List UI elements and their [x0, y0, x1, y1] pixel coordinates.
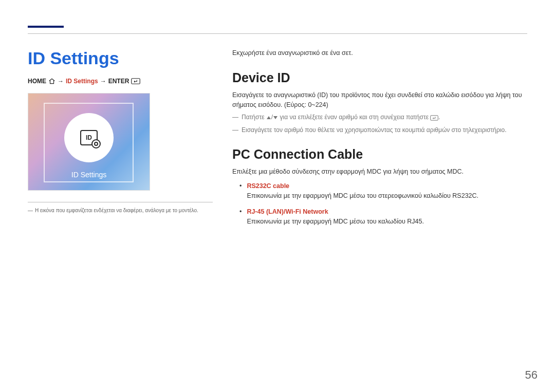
list-item: • RJ-45 (LAN)/Wi-Fi Network Επικοινωνία …	[232, 207, 527, 227]
note-dash: ―	[232, 125, 238, 135]
note1-pre: Πατήστε	[242, 114, 266, 121]
section-pc-cable: PC Connection Cable Επιλέξτε μια μέθοδο …	[232, 147, 527, 227]
list-item-title: RJ-45 (LAN)/Wi-Fi Network	[247, 207, 527, 217]
heading-pc-cable: PC Connection Cable	[232, 147, 527, 162]
breadcrumb: HOME → ID Settings → ENTER	[28, 78, 213, 85]
pc-cable-body: Επιλέξτε μια μέθοδο σύνδεσης στην εφαρμο…	[232, 167, 527, 177]
image-disclaimer-dash: ―	[28, 208, 33, 213]
page-number: 56	[525, 368, 538, 382]
list-item-body: RS232C cable Επικοινωνία με την εφαρμογή…	[247, 181, 527, 201]
breadcrumb-arrow-1: →	[58, 78, 64, 85]
page-title: ID Settings	[28, 48, 213, 68]
enter-small-icon	[430, 115, 438, 121]
breadcrumb-home: HOME	[28, 78, 46, 85]
image-disclaimer: ― Η εικόνα που εμφανίζεται ενδέχεται να …	[28, 202, 213, 213]
image-disclaimer-text: Η εικόνα που εμφανίζεται ενδέχεται να δι…	[35, 208, 198, 213]
svg-rect-0	[132, 79, 140, 84]
list-item-body: RJ-45 (LAN)/Wi-Fi Network Επικοινωνία με…	[247, 207, 527, 227]
device-id-body: Εισαγάγετε το αναγνωριστικό (ID) του προ…	[232, 90, 527, 110]
svg-rect-1	[431, 115, 438, 120]
bullet-icon: •	[239, 207, 242, 227]
breadcrumb-arrow-2: →	[100, 78, 106, 85]
thumbnail-image: ID ID Settings	[28, 93, 150, 191]
pc-cable-list: • RS232C cable Επικοινωνία με την εφαρμο…	[232, 181, 527, 226]
device-id-note-1: ― Πατήστε / για να επιλέξετε έναν αριθμό…	[232, 113, 527, 122]
right-column: Εκχωρήστε ένα αναγνωριστικό σε ένα σετ. …	[213, 48, 527, 237]
gear-icon	[91, 139, 101, 148]
page-top-rule	[28, 20, 527, 34]
list-item-title: RS232C cable	[247, 181, 527, 191]
intro-line: Εκχωρήστε ένα αναγνωριστικό σε ένα σετ.	[232, 48, 527, 58]
note1-end: .	[438, 114, 440, 121]
note1-post: για να επιλέξετε έναν αριθμό και στη συν…	[278, 114, 430, 121]
heading-device-id: Device ID	[232, 70, 527, 85]
down-arrow-icon	[273, 115, 278, 120]
note-text: Εισαγάγετε τον αριθμό που θέλετε να χρησ…	[242, 125, 527, 135]
page: ID Settings HOME → ID Settings → ENTER	[0, 0, 555, 392]
thumbnail-caption: ID Settings	[28, 171, 150, 179]
up-arrow-icon	[266, 115, 271, 120]
content-columns: ID Settings HOME → ID Settings → ENTER	[28, 48, 527, 237]
note-text: Πατήστε / για να επιλέξετε έναν αριθμό κ…	[242, 113, 527, 122]
section-device-id: Device ID Εισαγάγετε το αναγνωριστικό (I…	[232, 70, 527, 136]
list-item: • RS232C cable Επικοινωνία με την εφαρμο…	[232, 181, 527, 201]
home-icon	[48, 78, 55, 85]
left-column: ID Settings HOME → ID Settings → ENTER	[28, 48, 213, 237]
breadcrumb-mid: ID Settings	[66, 78, 98, 85]
list-item-desc: Επικοινωνία με την εφαρμογή MDC μέσω του…	[247, 191, 527, 201]
enter-icon	[131, 78, 140, 84]
device-id-note-2: ― Εισαγάγετε τον αριθμό που θέλετε να χρ…	[232, 125, 527, 135]
thumbnail-icon-circle: ID	[64, 113, 114, 162]
list-item-desc: Επικοινωνία με την εφαρμογή MDC μέσω του…	[247, 217, 527, 227]
breadcrumb-enter: ENTER	[108, 78, 130, 85]
note-dash: ―	[232, 113, 238, 122]
id-box-icon: ID	[80, 130, 98, 145]
id-box-label: ID	[86, 134, 92, 141]
bullet-icon: •	[239, 181, 242, 201]
